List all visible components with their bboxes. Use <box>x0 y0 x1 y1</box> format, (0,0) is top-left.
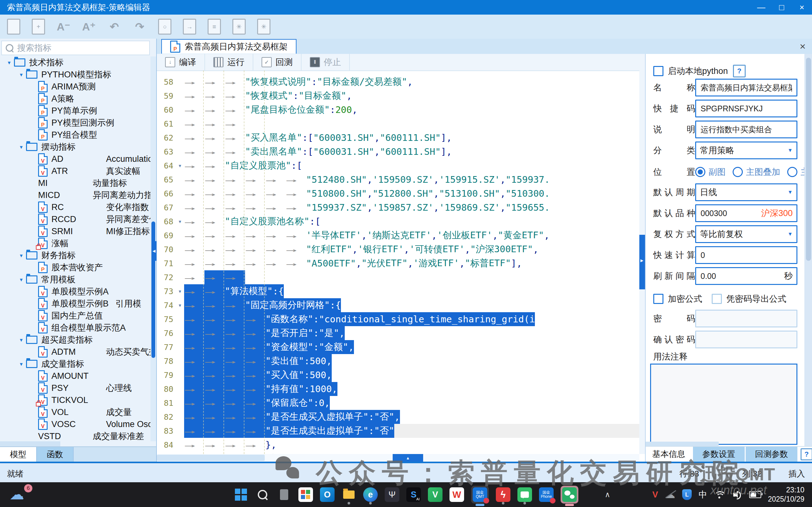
backtest-button[interactable]: ✓回测 <box>253 54 302 70</box>
search-icon[interactable] <box>255 487 270 502</box>
tree-item[interactable]: V单股模型示例B引用模 <box>0 298 151 309</box>
tree-item[interactable]: VADAccumulation or <box>0 153 151 165</box>
battery-icon[interactable] <box>749 491 761 498</box>
name-input[interactable] <box>700 83 793 93</box>
tree-item[interactable]: ▼常用模板 <box>0 274 151 286</box>
code-line[interactable]: →→→"卖出黑名单":["600031.SH","600111.SH"], <box>184 145 639 159</box>
tree-item[interactable]: ▼技术指标 <box>0 56 151 68</box>
code-line[interactable]: →→→→"是否生成卖出虚拟单子":"否" <box>184 424 639 438</box>
volume-icon[interactable] <box>732 491 742 499</box>
tree-item[interactable]: VPSY心理线 <box>0 382 151 394</box>
tree-item[interactable]: PARIMA预测 <box>0 80 151 93</box>
code-line[interactable]: →→→→"是否生成买入虚拟单子":"否", <box>184 410 639 424</box>
maximize-button[interactable]: □ <box>771 0 792 15</box>
green-v-app-icon[interactable]: V <box>428 487 442 502</box>
fold-marker-icon[interactable]: ▼ <box>176 289 184 294</box>
tree-item[interactable]: VAMOUNT <box>0 370 151 382</box>
search-input[interactable] <box>16 43 149 53</box>
tree-item[interactable]: VTICKVOL <box>0 394 151 406</box>
tree-item[interactable]: V涨幅 <box>0 237 151 249</box>
code-line[interactable]: →→→→"资金模型":"金额", <box>184 340 639 354</box>
radio-main-overlay[interactable] <box>733 167 743 177</box>
code-line[interactable]: →→→→→→"510800.SH","512800.SH","513100.SH… <box>184 186 639 201</box>
tree-item[interactable]: MICD异同离差动力指数 <box>0 189 151 201</box>
wps-icon[interactable]: W <box>449 487 464 502</box>
description-input[interactable] <box>700 125 793 134</box>
code-line[interactable]: →→→ <box>184 117 639 131</box>
find-in-formula-icon[interactable]: ○ <box>158 19 171 35</box>
tree-item[interactable]: VRCCD异同离差变化率 <box>0 213 151 225</box>
editor-hscrollbar[interactable]: ▲ <box>157 454 639 462</box>
tab-function[interactable]: 函数 <box>37 447 74 462</box>
confirm-password-input[interactable] <box>700 335 793 345</box>
expand-arrow-icon[interactable]: ▼ <box>4 60 14 65</box>
scrollbar-thumb[interactable] <box>157 455 265 461</box>
code-line[interactable]: →→→→"持有值":1000, <box>184 382 639 396</box>
code-line[interactable]: →→"算法模型":{ <box>184 284 639 298</box>
code-line[interactable]: →→→"固定高频分时网格":{ <box>184 298 639 312</box>
radio-sub-chart[interactable] <box>695 167 705 177</box>
code-line[interactable]: →→→→"函数名称":"conditional_single_time_shar… <box>184 312 639 326</box>
tree-item[interactable]: P股本营收资产 <box>0 262 151 274</box>
code-line[interactable]: →→→→"保留底仓":0, <box>184 396 639 410</box>
hidden-icons-chevron[interactable]: ∧ <box>605 482 610 507</box>
usage-textarea[interactable] <box>651 364 798 445</box>
code-line[interactable]: →→→"恢复模式说明":"目标金额/交易差额", <box>184 75 639 89</box>
tree-item[interactable]: ▼财务指标 <box>0 249 151 262</box>
tree-item[interactable]: VSRMIMI修正指标 <box>0 225 151 237</box>
category-select[interactable]: 常用策略 ▼ <box>695 142 797 159</box>
formula-settings-alt-icon[interactable]: ✳ <box>257 19 270 35</box>
stop-button[interactable]: ‖停止 <box>302 54 350 70</box>
fold-marker-icon[interactable]: ▼ <box>176 219 184 224</box>
tablet-icon[interactable] <box>277 487 291 502</box>
tree-item[interactable]: ▼成交量指标 <box>0 358 151 370</box>
shortcut-input[interactable] <box>700 104 793 114</box>
fold-marker-icon[interactable]: ▼ <box>176 163 184 168</box>
tree-item[interactable]: V组合模型单股示范A <box>0 322 151 334</box>
code-line[interactable]: →→→→→→"A500ETF","光伏ETF",'游戏ETF',"标普ETF"]… <box>184 257 639 270</box>
wechat-icon[interactable] <box>562 487 577 502</box>
code-line[interactable]: →→→→→→'半导体ETF','纳斯达克ETF','创业板ETF',"黄金ETF… <box>184 228 639 242</box>
widgets-icon[interactable] <box>299 487 313 502</box>
qmt-icon[interactable]: 国金 QMT <box>473 487 487 502</box>
tree-item[interactable]: V单股模型示例A <box>0 286 151 298</box>
font-decrease-icon[interactable]: A⁻ <box>56 19 70 34</box>
tree-item[interactable]: VVOL成交量 <box>0 406 151 418</box>
refresh-input[interactable] <box>700 271 752 281</box>
onedrive-icon[interactable]: ☁ <box>665 489 675 501</box>
expand-arrow-icon[interactable]: ▼ <box>16 145 26 150</box>
symbol-field[interactable]: 沪深300 <box>695 204 797 222</box>
code-line[interactable]: →→→ <box>184 270 639 284</box>
save-icon[interactable] <box>7 19 20 35</box>
save-as-icon[interactable]: + <box>32 19 45 35</box>
code-line[interactable]: →→→→"卖出值":500, <box>184 354 639 368</box>
outlook-icon[interactable]: O <box>320 487 335 502</box>
tree-item[interactable]: ▼PYTHON模型指标 <box>0 68 151 80</box>
compile-button[interactable]: ↓编译 <box>157 54 205 70</box>
tree-item[interactable]: VVOSCVolume Oscilla <box>0 418 151 430</box>
fast-calc-input[interactable] <box>700 250 793 260</box>
encrypt-checkbox[interactable] <box>653 294 663 304</box>
scrollbar-thumb[interactable] <box>806 58 811 261</box>
qmt-phone-icon[interactable]: 国金 Phone <box>539 487 554 502</box>
wifi-icon[interactable] <box>714 491 724 499</box>
panel-collapse-handle[interactable]: ▶ <box>639 250 644 270</box>
code-line[interactable]: →→→"恢复模式":"目标金额", <box>184 89 639 103</box>
lightning-app-icon[interactable]: ϟ <box>496 487 510 502</box>
password-input[interactable] <box>700 314 793 324</box>
formula-settings-icon[interactable]: ✳ <box>232 19 246 35</box>
run-button[interactable]: 运行 <box>205 54 253 70</box>
code-line[interactable]: →→→→"买入值":500, <box>184 368 639 382</box>
tree-item[interactable]: PA策略 <box>0 93 151 105</box>
tree-item[interactable]: VADTM动态买卖气指标 <box>0 346 151 358</box>
tree-item[interactable]: PPY组合模型 <box>0 129 151 141</box>
minimize-button[interactable]: — <box>751 0 771 15</box>
help-button[interactable]: ? <box>801 448 812 460</box>
file-explorer-icon[interactable] <box>341 487 356 502</box>
bottom-panel-handle[interactable]: ▲ <box>393 454 423 462</box>
export-password-checkbox[interactable] <box>712 294 722 304</box>
radio-main-chart[interactable] <box>787 167 797 177</box>
sidebar-collapse-handle[interactable]: ◀ <box>151 241 157 261</box>
code-editor[interactable]: 58→→→"恢复模式说明":"目标金额/交易差额",59→→→"恢复模式":"目… <box>157 70 639 454</box>
messages-icon[interactable] <box>518 487 532 502</box>
